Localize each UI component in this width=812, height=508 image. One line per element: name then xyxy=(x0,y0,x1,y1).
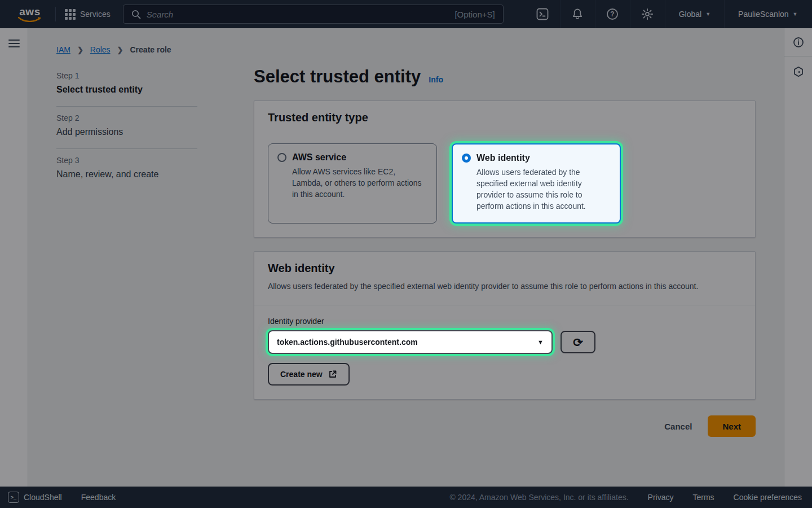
aws-logo[interactable]: aws xyxy=(14,7,46,22)
step-1-item[interactable]: Step 1 Select trusted entity xyxy=(56,64,197,107)
web-identity-card: Web identity Allows users federated by t… xyxy=(254,251,756,400)
search-icon xyxy=(131,10,141,19)
account-menu[interactable]: PaulieScanlon ▼ xyxy=(724,0,811,28)
chevron-down-icon: ▼ xyxy=(793,11,798,17)
cookie-preferences-link[interactable]: Cookie preferences xyxy=(734,493,802,502)
steps-sidebar: Step 1 Select trusted entity Step 2 Add … xyxy=(56,64,197,437)
cloudshell-label: CloudShell xyxy=(24,493,62,502)
services-label: Services xyxy=(80,10,111,19)
step-label: Add permissions xyxy=(56,127,197,137)
breadcrumb-link-roles[interactable]: Roles xyxy=(90,45,111,54)
cloudshell-icon[interactable] xyxy=(525,0,560,28)
identity-provider-value: token.actions.githubusercontent.com xyxy=(277,338,537,347)
create-new-label: Create new xyxy=(280,370,323,379)
nav-divider xyxy=(55,7,56,21)
wizard-actions: Cancel Next xyxy=(254,415,756,437)
aws-logo-text: aws xyxy=(19,7,40,16)
option-description: Allows users federated by the specified … xyxy=(476,167,611,212)
services-grid-icon xyxy=(65,9,76,20)
info-link[interactable]: Info xyxy=(429,75,443,84)
option-description: Allow AWS services like EC2, Lambda, or … xyxy=(292,166,427,200)
step-3-item[interactable]: Step 3 Name, review, and create xyxy=(56,149,197,191)
aws-smile-icon xyxy=(17,16,42,22)
main-panel: Select trusted entity Info Trusted entit… xyxy=(254,64,756,437)
refresh-button[interactable]: ⟳ xyxy=(561,331,595,353)
account-name: PaulieScanlon xyxy=(738,10,789,19)
hamburger-menu-icon[interactable] xyxy=(8,40,20,47)
step-number: Step 3 xyxy=(56,156,197,165)
copyright-text: © 2024, Amazon Web Services, Inc. or its… xyxy=(449,493,628,502)
region-selector[interactable]: Global ▼ xyxy=(665,0,724,28)
search-placeholder: Search xyxy=(147,10,455,19)
card-header: Trusted entity type xyxy=(254,101,755,132)
step-label: Select trusted entity xyxy=(56,85,197,95)
step-2-item[interactable]: Step 2 Add permissions xyxy=(56,107,197,149)
chevron-down-icon: ▼ xyxy=(537,339,544,345)
page-title: Select trusted entity Info xyxy=(254,67,756,87)
step-number: Step 2 xyxy=(56,113,197,122)
radio-unselected-icon[interactable] xyxy=(277,153,286,162)
left-rail xyxy=(0,28,28,487)
region-label: Global xyxy=(679,10,701,19)
cloudshell-terminal-icon: >_ xyxy=(8,492,19,503)
feedback-button[interactable]: Feedback xyxy=(81,493,116,502)
create-new-button[interactable]: Create new xyxy=(268,363,350,386)
card-description: Allows users federated by the specified … xyxy=(268,281,719,292)
search-input[interactable]: Search [Option+S] xyxy=(123,5,504,24)
footer: >_ CloudShell Feedback © 2024, Amazon We… xyxy=(0,487,812,508)
page-title-text: Select trusted entity xyxy=(254,67,421,87)
search-shortcut-hint: [Option+S] xyxy=(454,10,495,19)
next-button[interactable]: Next xyxy=(708,415,756,437)
settings-gear-icon[interactable] xyxy=(630,0,665,28)
right-rail xyxy=(784,28,812,487)
content-area: IAM ❯ Roles ❯ Create role Step 1 Select … xyxy=(28,28,784,487)
card-header: Web identity Allows users federated by t… xyxy=(254,252,755,305)
identity-provider-select[interactable]: token.actions.githubusercontent.com ▼ xyxy=(268,330,553,354)
services-menu[interactable]: Services xyxy=(65,9,111,20)
card-title: Web identity xyxy=(268,262,742,275)
svg-text:?: ? xyxy=(611,10,615,18)
chevron-right-icon: ❯ xyxy=(77,46,83,54)
top-navigation: aws Services Search [Option+S] xyxy=(0,0,812,28)
step-number: Step 1 xyxy=(56,71,197,80)
radio-selected-icon[interactable] xyxy=(462,154,471,163)
notifications-bell-icon[interactable] xyxy=(560,0,595,28)
cancel-button[interactable]: Cancel xyxy=(664,422,692,431)
chevron-right-icon: ❯ xyxy=(117,46,123,54)
nav-right-group: Global ▼ PaulieScanlon ▼ xyxy=(665,0,811,28)
privacy-link[interactable]: Privacy xyxy=(648,493,674,502)
step-label: Name, review, and create xyxy=(56,169,197,179)
external-link-icon xyxy=(328,370,337,379)
chevron-down-icon: ▼ xyxy=(705,11,710,17)
card-title: Trusted entity type xyxy=(268,111,742,124)
trusted-entity-type-card: Trusted entity type AWS service Allow AW… xyxy=(254,100,756,238)
identity-provider-label: Identity provider xyxy=(268,317,742,326)
aws-service-option[interactable]: AWS service Allow AWS services like EC2,… xyxy=(268,143,437,224)
feedback-label: Feedback xyxy=(81,493,116,502)
breadcrumb: IAM ❯ Roles ❯ Create role xyxy=(56,45,784,54)
breadcrumb-link-iam[interactable]: IAM xyxy=(56,45,70,54)
refresh-icon: ⟳ xyxy=(573,336,583,348)
terms-link[interactable]: Terms xyxy=(692,493,714,502)
nav-icon-group: ? xyxy=(525,0,665,28)
option-title: Web identity xyxy=(476,153,530,163)
info-panel-icon[interactable] xyxy=(784,28,812,56)
option-title: AWS service xyxy=(292,152,346,163)
cloudshell-footer-button[interactable]: >_ CloudShell xyxy=(8,492,62,503)
resources-hexagon-icon[interactable] xyxy=(784,58,812,86)
help-icon[interactable]: ? xyxy=(595,0,630,28)
breadcrumb-current: Create role xyxy=(130,45,171,54)
web-identity-option[interactable]: Web identity Allows users federated by t… xyxy=(452,143,621,224)
